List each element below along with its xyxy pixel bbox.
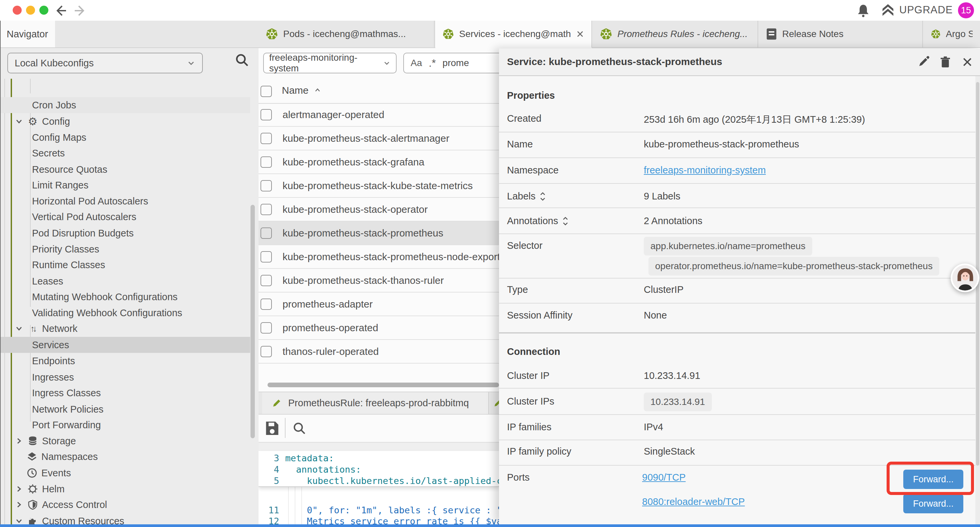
chevron-down-icon	[15, 117, 23, 126]
sidebar-item-custom-resources[interactable]: Custom Resources	[1, 513, 250, 524]
sidebar-item-network-policies[interactable]: Network Policies	[1, 401, 250, 417]
namespace-link[interactable]: freeleaps-monitoring-system	[644, 165, 766, 176]
expand-sort-icon[interactable]	[539, 192, 546, 201]
edit-pencil-icon[interactable]	[916, 56, 930, 69]
kubernetes-icon	[266, 28, 278, 40]
item-label: Helm	[42, 484, 65, 495]
maximize-window-button[interactable]	[39, 6, 48, 15]
close-icon[interactable]	[961, 56, 974, 69]
regex-toggle[interactable]: .*	[429, 57, 436, 69]
session-affinity-label: Session Affinity	[507, 310, 573, 321]
match-case-toggle[interactable]: Aa	[410, 58, 422, 68]
sidebar-item-network[interactable]: ↑↓Network	[1, 320, 250, 336]
sidebar-item-secrets[interactable]: Secrets	[1, 145, 250, 161]
tab-editor-partial[interactable]	[490, 392, 499, 414]
tab-prometheus-rules[interactable]: Prometheus Rules - icecheng...	[593, 21, 758, 47]
row-checkbox[interactable]	[261, 109, 272, 120]
table-row-selected[interactable]: kube-prometheus-stack-prometheus	[259, 221, 499, 245]
forward-icon[interactable]	[74, 4, 88, 18]
tab-pods[interactable]: Pods - icecheng@mathmas...	[259, 21, 434, 47]
document-icon	[766, 28, 777, 40]
minimize-window-button[interactable]	[26, 6, 35, 15]
sidebar-item-limit-ranges[interactable]: Limit Ranges	[1, 177, 250, 193]
table-row[interactable]: prometheus-operated	[259, 316, 499, 340]
table-row[interactable]: kube-prometheus-stack-kube-state-metrics	[259, 174, 499, 198]
table-row[interactable]: kube-prometheus-stack-thanos-ruler	[259, 269, 499, 293]
sidebar-item-mutating-webhook-configurations[interactable]: Mutating Webhook Configurations	[1, 289, 250, 305]
cluster-ip-label: Cluster IP	[507, 370, 549, 381]
tab-release-notes[interactable]: Release Notes	[759, 21, 923, 47]
item-label: Network	[42, 323, 77, 334]
assistant-avatar[interactable]	[951, 263, 979, 292]
namespace-label: Namespace	[507, 165, 559, 176]
notifications-bell-icon[interactable]	[856, 3, 870, 18]
sidebar-item-ingress-classes[interactable]: Ingress Classes	[1, 385, 250, 401]
sidebar-item-port-forwarding[interactable]: Port Forwarding	[1, 417, 250, 433]
row-divider	[499, 158, 975, 158]
row-checkbox[interactable]	[261, 346, 272, 357]
search-icon[interactable]	[234, 53, 250, 68]
row-checkbox[interactable]	[261, 133, 272, 144]
row-checkbox[interactable]	[261, 180, 272, 191]
sidebar-item-leases[interactable]: Leases	[1, 273, 250, 289]
sidebar-item-storage[interactable]: Storage	[1, 433, 250, 449]
table-row[interactable]: prometheus-adapter	[259, 293, 499, 316]
namespace-select[interactable]: freeleaps-monitoring-system	[263, 53, 396, 73]
table-row[interactable]: kube-prometheus-stack-alertmanager	[259, 127, 499, 150]
sidebar-item-pod-disruption-budgets[interactable]: Pod Disruption Budgets	[1, 225, 250, 241]
column-header-name[interactable]: Name	[282, 85, 321, 96]
sidebar-scrollbar[interactable]	[250, 205, 255, 438]
row-checkbox[interactable]	[261, 299, 272, 310]
port-link[interactable]: 9090/TCP	[642, 472, 686, 483]
horizontal-scrollbar[interactable]	[267, 382, 499, 387]
close-tab-icon[interactable]	[576, 30, 584, 38]
notification-count-badge[interactable]: 15	[958, 2, 974, 18]
yaml-editor[interactable]: 11 0", for: "1m", labels :{ service : " …	[259, 451, 499, 524]
kubeconfig-select[interactable]: Local Kubeconfigs	[7, 53, 203, 73]
search-input[interactable]: Aa .* prome	[403, 53, 499, 73]
row-checkbox[interactable]	[261, 204, 272, 215]
tab-navigator[interactable]: Navigator	[1, 21, 55, 47]
sidebar-item-ingresses[interactable]: Ingresses	[1, 369, 250, 385]
tab-argo[interactable]: Argo Se	[924, 21, 980, 47]
sidebar-item-config-maps[interactable]: Config Maps	[1, 129, 250, 145]
select-all-checkbox[interactable]	[261, 86, 272, 97]
port-link[interactable]: 8080:reloader-web/TCP	[642, 496, 745, 507]
table-row[interactable]: kube-prometheus-stack-grafana	[259, 150, 499, 174]
forward-button[interactable]: Forward...	[903, 494, 963, 513]
row-checkbox[interactable]	[261, 228, 272, 239]
close-window-button[interactable]	[13, 6, 22, 15]
tab-services[interactable]: Services - icecheng@math...	[435, 21, 592, 48]
delete-trash-icon[interactable]	[939, 56, 952, 69]
sidebar-item-horizontal-pod-autoscalers[interactable]: Horizontal Pod Autoscalers	[1, 193, 250, 209]
row-checkbox[interactable]	[261, 275, 272, 286]
sidebar-item-priority-classes[interactable]: Priority Classes	[1, 241, 250, 257]
namespace-value: freeleaps-monitoring-system	[269, 53, 383, 74]
search-icon[interactable]	[292, 421, 307, 436]
sidebar-item-cron-jobs[interactable]: Cron Jobs	[1, 97, 250, 113]
tab-prometheusrule-editor[interactable]: PrometheusRule: freeleaps-prod-rabbitmq	[262, 392, 489, 414]
upgrade-button[interactable]: UPGRADE	[881, 3, 953, 18]
sidebar-item-vertical-pod-autoscalers[interactable]: Vertical Pod Autoscalers	[1, 209, 250, 225]
save-icon[interactable]	[264, 420, 280, 436]
sidebar-item-runtime-classes[interactable]: Runtime Classes	[1, 257, 250, 273]
sidebar-item-validating-webhook-configurations[interactable]: Validating Webhook Configurations	[1, 305, 250, 321]
sidebar-item-services[interactable]: Services	[1, 337, 250, 353]
row-checkbox[interactable]	[261, 251, 272, 263]
sidebar-item-config[interactable]: ⚙Config	[1, 113, 250, 129]
sidebar-item-access-control[interactable]: Access Control	[1, 497, 250, 513]
table-row[interactable]: kube-prometheus-stack-prometheus-node-ex…	[259, 245, 499, 269]
back-icon[interactable]	[53, 4, 67, 18]
table-row[interactable]: thanos-ruler-operated	[259, 340, 499, 363]
sidebar-item-events[interactable]: Events	[1, 465, 250, 481]
expand-sort-icon[interactable]	[562, 217, 569, 226]
sidebar-item-endpoints[interactable]: Endpoints	[1, 353, 250, 369]
row-checkbox[interactable]	[261, 322, 272, 334]
item-label: Ingresses	[32, 372, 74, 383]
sidebar-item-helm[interactable]: Helm	[1, 481, 250, 497]
sidebar-item-resource-quotas[interactable]: Resource Quotas	[1, 161, 250, 177]
table-row[interactable]: kube-prometheus-stack-operator	[259, 198, 499, 221]
sidebar-item-namespaces[interactable]: Namespaces	[1, 449, 250, 465]
row-checkbox[interactable]	[261, 156, 272, 168]
table-row[interactable]: alertmanager-operated	[259, 103, 499, 127]
